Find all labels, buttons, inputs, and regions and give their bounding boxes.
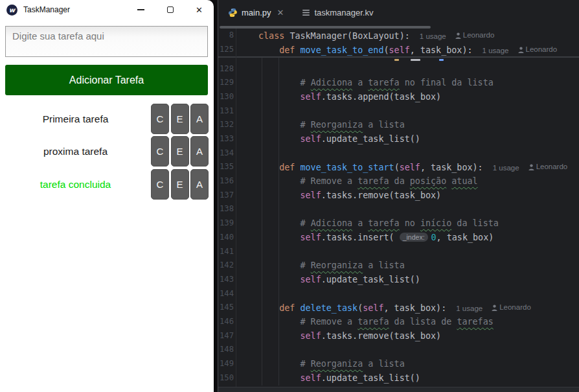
code-token: início (420, 218, 451, 228)
add-task-button[interactable]: Adicionar Tarefa (5, 65, 208, 95)
line-number[interactable]: 128 (218, 62, 234, 76)
code-token: self (301, 373, 321, 383)
tab-label: taskmanager.kv (314, 8, 373, 17)
code-token: self (363, 303, 383, 313)
code-token: da lista de (389, 317, 457, 327)
close-icon: ✕ (196, 6, 203, 14)
clipped-line-fragment (439, 59, 444, 61)
code-token: .tasks.append(task_box) (321, 92, 441, 102)
task-label: Primeira tarefa (0, 104, 151, 134)
line-number[interactable]: 150 (218, 371, 234, 386)
code-token (258, 163, 279, 172)
task-delete-button[interactable]: A (190, 104, 209, 134)
code-text: self.tasks.insert( _index:0, task_box) (258, 231, 494, 245)
code-line: 134 (218, 146, 579, 161)
line-number[interactable]: 133 (218, 132, 234, 146)
code-text: self.update_task_list() (258, 273, 420, 287)
kv-file-icon (302, 9, 310, 16)
maximize-icon (167, 6, 174, 13)
code-token: .tasks.remove(task_box) (321, 331, 441, 341)
task-edit-button[interactable]: E (171, 169, 189, 200)
close-button[interactable]: ✕ (185, 0, 214, 19)
line-number[interactable]: 131 (218, 104, 234, 119)
author-icon (492, 305, 497, 311)
task-complete-button[interactable]: C (151, 136, 169, 167)
code-token (258, 373, 301, 383)
tab-close-icon[interactable]: ✕ (277, 8, 284, 17)
code-token: posição (410, 176, 446, 186)
code-token: 0 (431, 233, 437, 242)
clipped-line-fragment (394, 59, 399, 61)
line-number[interactable]: 132 (218, 118, 234, 132)
author-icon (528, 164, 534, 170)
code-editor[interactable]: 128129 # Adiciona a tarefa no final da l… (218, 62, 579, 386)
line-number[interactable]: 149 (218, 357, 234, 371)
code-line: 140 self.tasks.insert( _index:0, task_bo… (218, 231, 579, 245)
code-token: delete_task (301, 303, 358, 313)
code-token: Reorganiza (311, 359, 363, 369)
code-line: 143 self.update_task_list() (218, 273, 579, 287)
code-token: # Remove a (258, 176, 358, 186)
code-token: # (258, 218, 311, 228)
task-complete-button[interactable]: C (151, 169, 169, 200)
task-edit-button[interactable]: E (171, 104, 189, 134)
code-token (258, 134, 301, 144)
task-delete-button[interactable]: A (190, 169, 209, 200)
code-line: 147 self.tasks.remove(task_box) (218, 329, 579, 343)
line-number[interactable]: 138 (218, 202, 234, 216)
minimize-button[interactable] (126, 0, 155, 19)
code-token: .update_task_list() (321, 134, 420, 144)
line-number[interactable]: 141 (218, 245, 234, 259)
task-delete-button[interactable]: A (190, 136, 209, 167)
line-number[interactable]: 148 (218, 343, 234, 357)
code-line: 133 self.update_task_list() (218, 132, 579, 146)
code-token: self (301, 190, 321, 200)
tab-taskmanager-kv[interactable]: taskmanager.kv (296, 0, 379, 25)
line-number[interactable]: 143 (218, 273, 234, 287)
tab-main-py[interactable]: main.py ✕ (222, 0, 290, 25)
line-number[interactable]: 134 (218, 146, 234, 161)
code-line: 132 # Reorganiza a lista (218, 118, 579, 132)
code-token (258, 331, 301, 341)
code-line: 128 (218, 62, 579, 76)
code-token: a (352, 218, 368, 228)
line-number[interactable]: 147 (218, 329, 234, 343)
minimize-icon (137, 9, 144, 10)
task-input[interactable] (5, 26, 208, 57)
line-number[interactable]: 8 (218, 29, 234, 43)
line-number[interactable]: 125 (218, 43, 234, 57)
line-number[interactable]: 142 (218, 259, 234, 273)
code-text: self.update_task_list() (258, 371, 420, 386)
code-token (258, 233, 301, 242)
maximize-button[interactable] (155, 0, 185, 19)
usage-inlay: 1 usage (420, 32, 446, 40)
task-edit-button[interactable]: E (171, 136, 189, 167)
code-token: tarefa (358, 176, 389, 186)
code-token: self (301, 92, 321, 102)
code-line: 145 def delete_task(self, task_box):1 us… (218, 301, 579, 315)
line-number[interactable]: 129 (218, 76, 234, 90)
line-number[interactable]: 146 (218, 315, 234, 329)
code-text: # Reorganiza a lista (258, 259, 405, 273)
line-number[interactable]: 136 (218, 174, 234, 189)
author-icon (455, 32, 461, 39)
line-number[interactable]: 130 (218, 90, 234, 104)
code-token: , task_box) (437, 233, 494, 242)
code-line: 8class TaskManager(BoxLayout):1 usageLeo… (218, 29, 579, 43)
code-token (258, 275, 301, 284)
task-complete-button[interactable]: C (151, 104, 169, 134)
titlebar[interactable]: w TaskManager ✕ (0, 0, 214, 19)
line-number[interactable]: 137 (218, 189, 234, 203)
task-label: proxima tarefa (0, 136, 151, 167)
code-token: a lista (363, 120, 405, 130)
line-number[interactable]: 140 (218, 231, 234, 245)
window-title: TaskManager (23, 5, 70, 14)
line-number[interactable]: 139 (218, 216, 234, 231)
code-token: self (400, 163, 420, 172)
line-number[interactable]: 144 (218, 287, 234, 301)
horizontal-scrollbar[interactable] (220, 26, 431, 29)
line-number[interactable]: 145 (218, 301, 234, 315)
code-token: tarefas (457, 317, 493, 327)
tab-label: main.py (242, 8, 271, 17)
line-number[interactable]: 135 (218, 160, 234, 174)
